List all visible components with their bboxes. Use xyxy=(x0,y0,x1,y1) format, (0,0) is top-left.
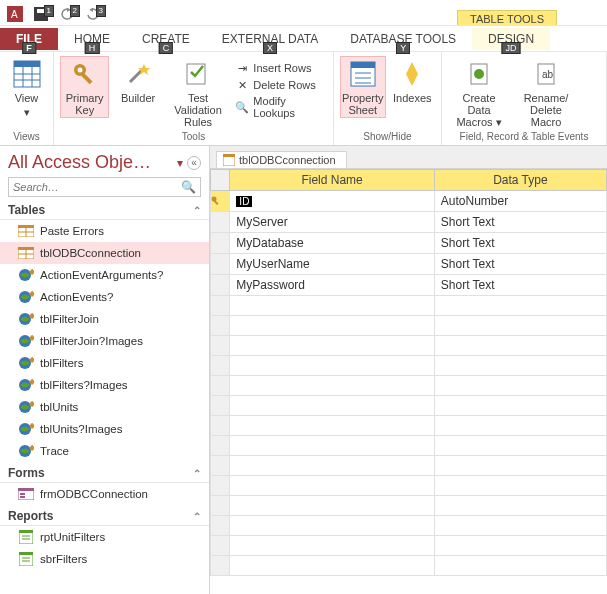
field-name-cell[interactable] xyxy=(230,336,434,356)
col-field-name[interactable]: Field Name xyxy=(230,170,434,191)
tab-file[interactable]: FILEF xyxy=(0,28,58,50)
test-validation-button[interactable]: Test Validation Rules xyxy=(167,56,230,130)
field-name-cell[interactable] xyxy=(230,516,434,536)
field-name-cell[interactable]: MyDatabase xyxy=(236,236,303,250)
data-type-cell[interactable]: Short Text xyxy=(434,254,606,275)
property-sheet-button[interactable]: Property Sheet xyxy=(340,56,386,118)
row-selector[interactable] xyxy=(211,516,230,536)
nav-item[interactable]: ◆tblFilterJoin?Images xyxy=(0,330,209,352)
nav-item[interactable]: ◆ActionEvents? xyxy=(0,286,209,308)
field-name-cell[interactable] xyxy=(230,376,434,396)
nav-cat-forms[interactable]: Forms⌃ xyxy=(0,462,209,483)
data-type-cell[interactable] xyxy=(434,476,606,496)
search-input[interactable] xyxy=(13,181,181,193)
row-selector[interactable] xyxy=(211,296,230,316)
field-name-cell[interactable]: MyUserName xyxy=(236,257,309,271)
delete-rows-button[interactable]: ✕Delete Rows xyxy=(233,77,327,93)
design-grid[interactable]: Field Name Data Type IDAutoNumberMyServe… xyxy=(210,168,607,594)
field-name-cell[interactable] xyxy=(230,396,434,416)
rename-delete-macro-button[interactable]: ab Rename/ Delete Macro xyxy=(514,56,578,130)
field-name-cell[interactable] xyxy=(230,296,434,316)
nav-collapse-icon[interactable]: « xyxy=(187,156,201,170)
document-tab[interactable]: tblODBCconnection xyxy=(216,151,347,168)
data-type-cell[interactable] xyxy=(434,336,606,356)
row-selector[interactable] xyxy=(211,496,230,516)
row-selector[interactable] xyxy=(211,316,230,336)
nav-item[interactable]: ◆tblUnits xyxy=(0,396,209,418)
field-name-cell[interactable] xyxy=(230,456,434,476)
tab-create[interactable]: CREATEC xyxy=(126,28,206,50)
nav-item[interactable]: ◆Trace xyxy=(0,440,209,462)
field-name-cell[interactable] xyxy=(230,416,434,436)
row-selector[interactable] xyxy=(211,233,230,254)
search-icon[interactable]: 🔍 xyxy=(181,180,196,194)
field-name-cell[interactable] xyxy=(230,556,434,576)
builder-button[interactable]: Builder xyxy=(113,56,162,106)
data-type-cell[interactable] xyxy=(434,496,606,516)
create-data-macros-button[interactable]: Create Data Macros ▾ xyxy=(448,56,510,130)
row-selector[interactable] xyxy=(211,336,230,356)
data-type-cell[interactable] xyxy=(434,456,606,476)
field-name-cell[interactable] xyxy=(230,356,434,376)
field-name-cell[interactable] xyxy=(230,476,434,496)
data-type-cell[interactable]: Short Text xyxy=(434,233,606,254)
field-name-cell[interactable] xyxy=(230,496,434,516)
nav-item[interactable]: ◆tblUnits?Images xyxy=(0,418,209,440)
data-type-cell[interactable] xyxy=(434,396,606,416)
field-name-cell[interactable] xyxy=(230,436,434,456)
nav-item[interactable]: sbrFilters xyxy=(0,548,209,570)
nav-item[interactable]: ◆tblFilters xyxy=(0,352,209,374)
row-selector[interactable] xyxy=(211,556,230,576)
view-button[interactable]: View ▾ xyxy=(6,56,47,120)
qat-undo[interactable]: 2 xyxy=(56,3,78,25)
row-selector[interactable] xyxy=(211,376,230,396)
nav-item[interactable]: rptUnitFilters xyxy=(0,526,209,548)
data-type-cell[interactable] xyxy=(434,516,606,536)
nav-item[interactable]: ◆ActionEventArguments? xyxy=(0,264,209,286)
qat-redo[interactable]: 3 xyxy=(82,3,104,25)
nav-cat-tables[interactable]: Tables⌃ xyxy=(0,199,209,220)
modify-lookups-button[interactable]: 🔍Modify Lookups xyxy=(233,94,327,120)
nav-search[interactable]: 🔍 xyxy=(8,177,201,197)
data-type-cell[interactable] xyxy=(434,536,606,556)
row-selector[interactable] xyxy=(211,476,230,496)
row-selector[interactable] xyxy=(211,254,230,275)
corner-cell[interactable] xyxy=(211,170,230,191)
field-name-cell[interactable]: ID xyxy=(236,196,252,207)
data-type-cell[interactable] xyxy=(434,316,606,336)
indexes-button[interactable]: Indexes xyxy=(390,56,435,106)
nav-item[interactable]: tblODBCconnection xyxy=(0,242,209,264)
tab-external-data[interactable]: EXTERNAL DATAX xyxy=(206,28,334,50)
data-type-cell[interactable] xyxy=(434,356,606,376)
data-type-cell[interactable]: Short Text xyxy=(434,212,606,233)
tab-database-tools[interactable]: DATABASE TOOLSY xyxy=(334,28,472,50)
tab-home[interactable]: HOMEH xyxy=(58,28,126,50)
row-selector[interactable] xyxy=(211,212,230,233)
primary-key-button[interactable]: Primary Key xyxy=(60,56,109,118)
row-selector[interactable] xyxy=(211,396,230,416)
row-selector[interactable] xyxy=(211,456,230,476)
col-data-type[interactable]: Data Type xyxy=(434,170,606,191)
data-type-cell[interactable]: Short Text xyxy=(434,275,606,296)
data-type-cell[interactable] xyxy=(434,436,606,456)
row-selector[interactable] xyxy=(211,275,230,296)
field-name-cell[interactable]: MyServer xyxy=(236,215,287,229)
nav-item[interactable]: frmODBCConnection xyxy=(0,483,209,505)
nav-dropdown-icon[interactable]: ▾ xyxy=(177,156,183,170)
row-selector[interactable] xyxy=(211,416,230,436)
data-type-cell[interactable] xyxy=(434,296,606,316)
data-type-cell[interactable]: AutoNumber xyxy=(434,191,606,212)
nav-item[interactable]: Paste Errors xyxy=(0,220,209,242)
row-selector[interactable] xyxy=(211,436,230,456)
field-name-cell[interactable] xyxy=(230,536,434,556)
row-selector[interactable] xyxy=(211,356,230,376)
qat-save[interactable]: 1 xyxy=(30,3,52,25)
field-name-cell[interactable] xyxy=(230,316,434,336)
tab-design[interactable]: DESIGNJD xyxy=(472,28,550,50)
nav-title[interactable]: All Access Obje… xyxy=(8,152,173,173)
nav-item[interactable]: ◆tblFilterJoin xyxy=(0,308,209,330)
data-type-cell[interactable] xyxy=(434,416,606,436)
field-name-cell[interactable]: MyPassword xyxy=(236,278,305,292)
insert-rows-button[interactable]: ⇥Insert Rows xyxy=(233,60,327,76)
nav-item[interactable]: ◆tblFilters?Images xyxy=(0,374,209,396)
